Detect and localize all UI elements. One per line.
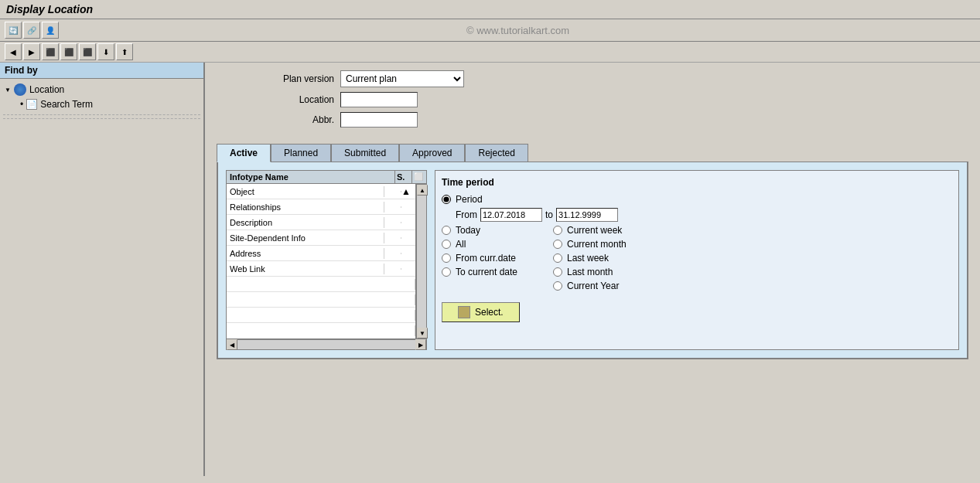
last-week-radio[interactable]: [553, 253, 562, 263]
location-label: Location: [217, 94, 340, 105]
select-button[interactable]: Select.: [442, 302, 520, 322]
table-row: Description: [227, 215, 415, 230]
find-by-label: Find by: [0, 63, 203, 79]
tab-rejected[interactable]: Rejected: [465, 144, 528, 162]
plan-version-select[interactable]: Current plan: [340, 70, 464, 87]
all-label: All: [456, 239, 466, 250]
to-current-date-radio[interactable]: [442, 267, 451, 277]
today-radio-row: Today: [442, 225, 550, 236]
tree-item-search-term[interactable]: • 📄 Search Term: [19, 97, 200, 111]
table-row-empty: [227, 277, 415, 292]
abbr-label: Abbr.: [217, 114, 340, 125]
nav-fwd-btn[interactable]: ▶: [23, 43, 40, 60]
location-input[interactable]: [340, 92, 418, 107]
tab-active[interactable]: Active: [217, 144, 271, 162]
to-label: to: [545, 209, 553, 220]
tree-location-label: Location: [29, 84, 64, 95]
tab-planned[interactable]: Planned: [271, 144, 331, 162]
from-curr-date-radio[interactable]: [442, 253, 451, 263]
current-month-label: Current month: [567, 239, 627, 250]
vscroll-track: [417, 196, 426, 328]
current-month-radio[interactable]: [553, 240, 562, 249]
page-title: Display Location: [6, 3, 93, 15]
table-body: Object ▲ Relationships: [226, 184, 416, 339]
time-period-panel: Time period Period From to: [435, 170, 959, 350]
last-month-radio[interactable]: [553, 267, 562, 277]
table-header: Infotype Name S. ⬜: [226, 170, 427, 184]
period-radio-row: Period: [442, 194, 952, 205]
table-row-empty: [227, 308, 415, 323]
last-week-radio-row: Last week: [553, 253, 661, 264]
last-week-label: Last week: [567, 253, 609, 264]
abbr-input[interactable]: [340, 112, 418, 128]
globe-icon: [14, 83, 26, 96]
all-radio-row: All: [442, 239, 550, 250]
last-month-label: Last month: [567, 267, 613, 277]
plan-version-row: Plan version Current plan: [217, 70, 968, 87]
table-row: Site-Dependent Info: [227, 230, 415, 246]
toolbar: 🔄 🔗 👤 © www.tutorialkart.com: [0, 19, 980, 42]
vscroll-up-btn[interactable]: ▲: [417, 185, 428, 196]
period-label: Period: [456, 194, 483, 205]
hscroll-track: [237, 340, 415, 349]
period-inputs: From to: [456, 208, 952, 222]
from-label: From: [456, 209, 477, 220]
today-label: Today: [456, 225, 480, 236]
table-row-empty: [227, 292, 415, 308]
nav-select-btn[interactable]: ⬛: [79, 43, 96, 60]
abbr-row: Abbr.: [217, 112, 968, 128]
current-week-label: Current week: [567, 225, 622, 236]
toolbar-btn-1[interactable]: 🔄: [5, 22, 22, 39]
current-year-radio-row: Current Year: [553, 281, 661, 291]
to-date-input[interactable]: [556, 208, 618, 222]
hscroll-left-btn[interactable]: ◀: [227, 339, 237, 350]
current-week-radio-row: Current week: [553, 225, 661, 236]
search-term-icon: 📄: [26, 99, 37, 110]
title-bar: Display Location: [0, 0, 980, 19]
tabs-body: Infotype Name S. ⬜ Object ▲: [217, 162, 968, 359]
nav-last-btn[interactable]: ⬛: [60, 43, 77, 60]
from-curr-date-label: From curr.date: [456, 253, 516, 264]
all-radio[interactable]: [442, 240, 451, 249]
select-btn-wrapper: Select.: [442, 302, 952, 322]
table-row: Object ▲: [227, 184, 415, 199]
from-curr-date-radio-row: From curr.date: [442, 253, 550, 264]
current-month-radio-row: Current month: [553, 239, 661, 250]
to-current-date-radio-row: To current date: [442, 267, 550, 277]
tabs-header: Active Planned Submitted Approved Reject…: [217, 143, 968, 162]
from-date-input[interactable]: [480, 208, 542, 222]
today-radio[interactable]: [442, 226, 451, 235]
tab-approved[interactable]: Approved: [399, 144, 465, 162]
tab-submitted[interactable]: Submitted: [331, 144, 399, 162]
th-s: S.: [395, 171, 412, 183]
tabs-section: Active Planned Submitted Approved Reject…: [217, 143, 968, 359]
period-radio[interactable]: [442, 195, 451, 204]
th-infotype-name: Infotype Name: [227, 171, 395, 183]
last-month-radio-row: Last month: [553, 267, 661, 277]
nav-upload-btn[interactable]: ⬆: [116, 43, 133, 60]
table-with-scroll: Object ▲ Relationships: [226, 184, 427, 339]
table-vscroll: ▲ ▼: [416, 184, 427, 339]
table-row: Web Link: [227, 261, 415, 277]
nav-first-btn[interactable]: ⬛: [42, 43, 59, 60]
hscroll-right-btn[interactable]: ▶: [415, 339, 426, 350]
to-current-date-label: To current date: [456, 267, 517, 277]
toolbar-btn-2[interactable]: 🔗: [23, 22, 40, 39]
tree-expand-arrow: ▼: [5, 87, 11, 94]
table-row: Relationships: [227, 199, 415, 215]
select-btn-icon: [458, 306, 470, 318]
nav-download-btn[interactable]: ⬇: [97, 43, 114, 60]
vscroll-down-btn[interactable]: ▼: [417, 328, 428, 338]
table-row: Address: [227, 246, 415, 261]
th-icon: ⬜: [412, 171, 426, 183]
plan-version-label: Plan version: [217, 73, 340, 84]
current-week-radio[interactable]: [553, 226, 562, 235]
nav-back-btn[interactable]: ◀: [5, 43, 22, 60]
tree-item-location[interactable]: ▼ Location: [3, 82, 200, 97]
toolbar-btn-3[interactable]: 👤: [42, 22, 59, 39]
current-year-radio[interactable]: [553, 281, 562, 291]
select-btn-label: Select.: [475, 307, 504, 318]
tree-area: ▼ Location • 📄 Search Term: [0, 79, 203, 124]
time-period-radios: Today Current week All Current mont: [442, 225, 952, 291]
table-body-wrapper: Object ▲ Relationships: [226, 184, 416, 339]
